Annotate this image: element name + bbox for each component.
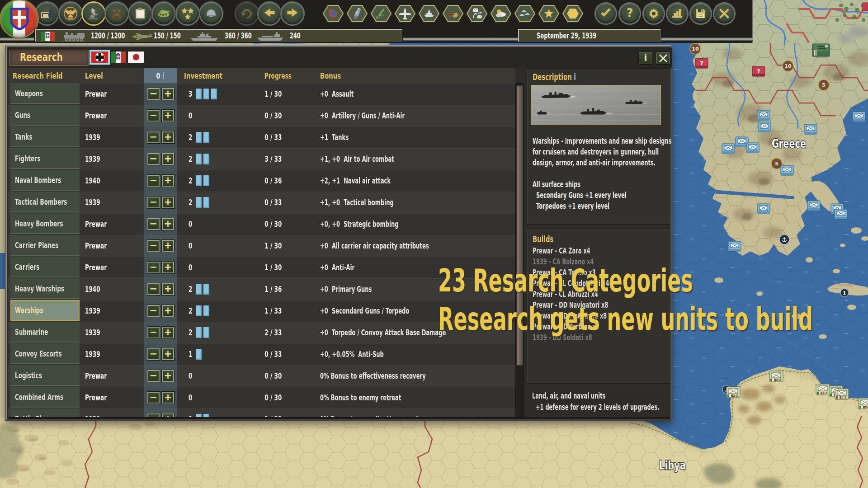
- battleship-button[interactable]: [418, 4, 440, 23]
- aircraft-button[interactable]: [394, 4, 416, 23]
- research-row-convoy-escorts[interactable]: Convoy Escorts1939−+10 / 33+0, +0.05% An…: [8, 343, 515, 365]
- field-cell[interactable]: Heavy Warships: [10, 278, 80, 299]
- helmet-icon: [204, 6, 218, 21]
- crossed-rifles-button[interactable]: [106, 3, 127, 24]
- increase-investment-button[interactable]: +: [161, 305, 175, 317]
- tank-button[interactable]: [153, 3, 175, 24]
- field-cell[interactable]: Logistics: [10, 365, 80, 386]
- decrease-investment-button[interactable]: −: [147, 218, 160, 230]
- field-cell[interactable]: Heavy Bombers: [10, 213, 80, 234]
- increase-investment-button[interactable]: +: [161, 174, 175, 187]
- description-title: Description i: [533, 71, 597, 82]
- arrow-left-button[interactable]: [259, 3, 280, 24]
- increase-investment-button[interactable]: +: [161, 391, 175, 404]
- terrain-map-button[interactable]: [322, 4, 344, 23]
- field-cell[interactable]: Battle Plans: [10, 408, 80, 417]
- research-row-tanks[interactable]: Tanks1939−+20 / 33+1 Tanks: [8, 127, 515, 148]
- factory-button[interactable]: [36, 3, 58, 24]
- naval-mines-button[interactable]: [514, 4, 536, 23]
- increase-investment-button[interactable]: +: [161, 261, 175, 274]
- increase-investment-button[interactable]: +: [161, 370, 175, 382]
- increase-investment-button[interactable]: +: [161, 131, 175, 144]
- decrease-investment-button[interactable]: −: [147, 109, 160, 122]
- undo-button[interactable]: [236, 3, 258, 24]
- decrease-investment-button[interactable]: −: [147, 413, 160, 417]
- decrease-investment-button[interactable]: −: [147, 326, 160, 339]
- field-cell[interactable]: Submarine: [10, 322, 80, 343]
- battle-orders-button[interactable]: [466, 4, 488, 23]
- increase-investment-button[interactable]: +: [161, 153, 175, 165]
- investment-value: 0: [179, 235, 202, 257]
- bomb-button[interactable]: [346, 4, 368, 23]
- decrease-investment-button[interactable]: −: [147, 153, 160, 165]
- field-cell[interactable]: Fighters: [10, 148, 80, 169]
- increase-investment-button[interactable]: +: [161, 196, 175, 209]
- field-cell[interactable]: Guns: [10, 105, 80, 126]
- field-cell[interactable]: Tactical Bombers: [10, 192, 80, 212]
- field-cell[interactable]: Weapons: [10, 83, 80, 104]
- research-row-battle-plans[interactable]: Battle Plans1939−+21 / 330% Bonus to co-…: [8, 408, 515, 417]
- increase-investment-button[interactable]: +: [161, 348, 175, 361]
- decrease-investment-button[interactable]: −: [147, 239, 160, 252]
- hex-blank-button[interactable]: [562, 4, 584, 23]
- research-row-heavy-bombers[interactable]: Heavy BombersPrewar−+00 / 30+0, +0 Strat…: [8, 213, 515, 235]
- help-question-button[interactable]: ?: [620, 4, 640, 23]
- field-cell[interactable]: Carriers: [10, 257, 80, 277]
- microscope-research-button[interactable]: [83, 3, 104, 24]
- table-scrollbar[interactable]: [515, 83, 524, 417]
- clipboard-button[interactable]: [129, 3, 151, 24]
- flag-tab-japan[interactable]: [128, 52, 144, 63]
- field-cell[interactable]: Naval Bombers: [10, 170, 80, 191]
- star-button[interactable]: [538, 4, 560, 23]
- research-row-fighters[interactable]: Fighters1939−+23 / 33+1, +0 Air to Air c…: [8, 148, 515, 170]
- research-row-carrier-planes[interactable]: Carrier PlanesPrewar−+01 / 30+0 All carr…: [8, 235, 515, 257]
- increase-investment-button[interactable]: +: [161, 283, 175, 296]
- flag-tab-italy[interactable]: [111, 52, 126, 63]
- research-row-combined-arms[interactable]: Combined ArmsPrewar−+00 / 300% Bonus to …: [8, 387, 515, 408]
- field-cell[interactable]: Tanks: [10, 127, 80, 147]
- decrease-investment-button[interactable]: −: [147, 283, 160, 296]
- increase-investment-button[interactable]: +: [161, 88, 175, 100]
- eagle-emblem-button[interactable]: [60, 3, 81, 24]
- decrease-investment-button[interactable]: −: [147, 348, 160, 361]
- close-button[interactable]: [656, 52, 670, 65]
- info-button[interactable]: i: [638, 52, 653, 65]
- research-row-guns[interactable]: GunsPrewar−+00 / 30+0 Artillery / Guns /…: [8, 105, 515, 127]
- field-cell[interactable]: Warships: [10, 300, 80, 321]
- increase-investment-button[interactable]: +: [161, 218, 175, 230]
- weather-button[interactable]: [490, 4, 512, 23]
- save-disk-button[interactable]: [691, 4, 711, 23]
- research-row-logistics[interactable]: LogisticsPrewar−+00 / 300% Bonus to effe…: [8, 365, 515, 387]
- research-row-weapons[interactable]: WeaponsPrewar−+31 / 30+0 Assault: [8, 83, 515, 105]
- decrease-investment-button[interactable]: −: [147, 196, 160, 209]
- field-cell[interactable]: Combined Arms: [10, 387, 80, 408]
- confirm-check-button[interactable]: [596, 4, 616, 23]
- flag-tab-germany[interactable]: [90, 50, 110, 65]
- decrease-investment-button[interactable]: −: [147, 174, 160, 187]
- close-x-button[interactable]: [714, 4, 734, 23]
- increase-investment-button[interactable]: +: [161, 413, 175, 417]
- decrease-investment-button[interactable]: −: [147, 88, 160, 100]
- decrease-investment-button[interactable]: −: [147, 131, 160, 144]
- research-row-naval-bombers[interactable]: Naval Bombers1940−+20 / 36+2, +1 Naval a…: [8, 170, 515, 192]
- field-cell[interactable]: Convoy Escorts: [10, 343, 80, 364]
- helmet-button[interactable]: [200, 3, 222, 24]
- settings-gear-button[interactable]: [644, 4, 664, 23]
- arrow-right-button[interactable]: [282, 3, 303, 24]
- nation-emblem-italy[interactable]: [1, 0, 38, 37]
- research-row-tactical-bombers[interactable]: Tactical Bombers1939−+20 / 33+1, +0 Tact…: [8, 192, 515, 213]
- stars-rank-button[interactable]: [177, 3, 198, 24]
- decrease-investment-button[interactable]: −: [147, 391, 160, 404]
- increase-investment-button[interactable]: +: [161, 326, 175, 339]
- statistics-chart-button[interactable]: [667, 4, 687, 23]
- decrease-investment-button[interactable]: −: [147, 370, 160, 382]
- increase-investment-button[interactable]: +: [161, 239, 175, 252]
- field-cell[interactable]: Carrier Planes: [10, 235, 80, 256]
- supplies-button[interactable]: [442, 4, 464, 23]
- increase-investment-button[interactable]: +: [161, 109, 175, 122]
- decrease-investment-button[interactable]: −: [147, 261, 160, 274]
- decrease-investment-button[interactable]: −: [147, 305, 160, 317]
- date-display: September 29, 1939: [518, 29, 661, 42]
- artillery-button[interactable]: [370, 4, 392, 23]
- italian-unit-counter[interactable]: [812, 44, 830, 56]
